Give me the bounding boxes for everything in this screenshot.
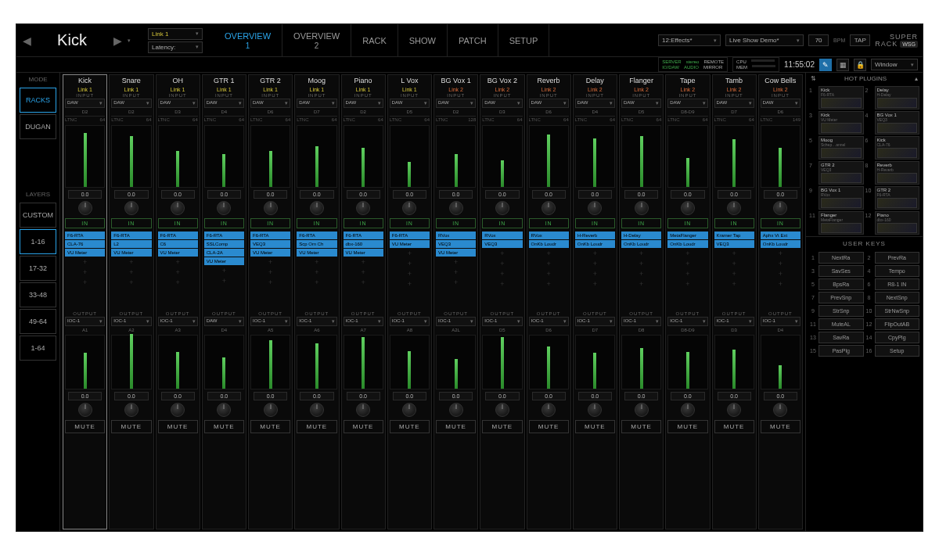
mute-button[interactable]: MUTE [297,420,336,433]
in-button[interactable]: IN [65,218,105,228]
input-source-dropdown[interactable]: DAW▾ [436,99,476,108]
session-dropdown[interactable]: Live Show Demo*▾ [725,34,804,46]
in-button[interactable]: IN [761,218,800,228]
add-plugin-slot[interactable]: + [482,269,522,278]
plugin-slot[interactable]: H-Delay [621,232,661,239]
latency-dropdown[interactable]: Latency:▾ [148,41,203,53]
mute-button[interactable]: MUTE [714,420,754,433]
tab-rack[interactable]: RACK [351,24,398,56]
mute-button[interactable]: MUTE [344,420,383,433]
add-plugin-slot[interactable]: + [575,279,615,289]
add-plugin-slot[interactable]: + [111,267,151,277]
tab-setup[interactable]: SETUP [498,24,550,56]
tab-overview-2[interactable]: OVERVIEW2 [282,24,351,56]
output-gain-knob[interactable] [541,403,556,417]
output-gain-knob[interactable] [124,403,139,417]
input-source-dropdown[interactable]: DAW▾ [714,99,754,108]
input-source-dropdown[interactable]: DAW▾ [667,99,707,108]
channel-strip[interactable]: SnareLink 1INPUTDAW▾D2LTNC640.0INF6-RTAL… [109,74,153,529]
hot-plugin-slot[interactable]: MoogSchep…annel [818,136,864,160]
hot-plugin-slot[interactable]: GTR 2F6-RTA [875,186,920,210]
input-gain-knob[interactable] [171,201,185,215]
plugin-slot[interactable]: F6-RTA [344,232,383,239]
link-tool-icon[interactable]: ✎ [819,59,832,71]
output-dest-dropdown[interactable]: IOC-1▾ [761,317,800,326]
input-gain-knob[interactable] [681,201,695,215]
channel-strip[interactable]: OHLink 1INPUTDAW▾D3LTNC640.0INF6-RTAC6VU… [156,74,200,529]
input-source-dropdown[interactable]: DAW▾ [250,99,290,108]
mute-button[interactable]: MUTE [250,420,290,433]
hot-plugin-slot[interactable]: ReverbH-Reverb [875,161,920,185]
mode-racks[interactable]: RACKS [20,88,56,113]
channel-strip[interactable]: GTR 1Link 1INPUTDAW▾D4LTNC640.0INF6-RTAS… [202,74,246,529]
selected-channel-name[interactable]: Kick [37,31,107,49]
add-plugin-slot[interactable]: + [204,276,244,285]
add-plugin-slot[interactable]: + [529,249,569,258]
add-plugin-slot[interactable]: + [204,266,244,275]
input-source-dropdown[interactable]: DAW▾ [621,99,661,108]
user-key-button[interactable]: FlipOutAB [875,318,920,330]
add-plugin-slot[interactable]: + [621,279,661,289]
channel-strip[interactable]: BG Vox 1Link 2INPUTDAW▾D2LTNC1280.0INRVo… [434,74,478,529]
output-gain-knob[interactable] [402,403,416,417]
input-source-dropdown[interactable]: DAW▾ [529,99,569,108]
plugin-slot[interactable]: Kramer Tap [714,232,754,239]
add-plugin-slot[interactable]: + [111,278,151,287]
plugin-slot[interactable]: VU Meter [204,257,244,265]
output-dest-dropdown[interactable]: IOC-1▾ [158,317,198,326]
output-gain-knob[interactable] [449,403,463,417]
add-plugin-slot[interactable]: + [390,259,430,268]
in-button[interactable]: IN [158,218,198,228]
plugin-slot[interactable]: F6-RTA [204,232,244,239]
add-plugin-slot[interactable]: + [436,257,476,267]
add-plugin-slot[interactable]: + [111,257,151,267]
add-plugin-slot[interactable]: + [390,269,430,278]
in-button[interactable]: IN [529,218,569,228]
plugin-slot[interactable]: VEQ3 [436,240,476,248]
plugin-slot[interactable]: F6-RTA [390,232,430,239]
output-gain-knob[interactable] [773,403,787,417]
prev-channel-arrow[interactable]: ◀ [21,32,32,49]
add-plugin-slot[interactable]: + [761,259,800,268]
plugin-slot[interactable]: OnKb Loudr [529,240,569,248]
plugin-slot[interactable]: CLA-2A [204,249,244,257]
channel-strip[interactable]: TapeLink 2INPUTDAW▾D8-D9LTNC640.0INMetaF… [665,74,710,529]
in-button[interactable]: IN [575,218,615,228]
add-plugin-slot[interactable]: + [344,257,383,267]
output-gain-knob[interactable] [727,403,741,417]
plugin-slot[interactable]: OnKb Loudr [761,240,800,248]
add-plugin-slot[interactable]: + [65,278,105,287]
in-button[interactable]: IN [667,218,707,228]
plugin-slot[interactable]: OnKb Loudr [575,240,615,248]
hot-plugin-slot[interactable]: DelayH-Delay [875,86,920,109]
output-gain-knob[interactable] [310,403,324,417]
output-gain-knob[interactable] [264,403,278,417]
add-plugin-slot[interactable]: + [65,267,105,277]
hot-plugin-slot[interactable]: FlangerMetaFlanger [818,211,864,235]
output-dest-dropdown[interactable]: IOC-1▾ [390,317,430,326]
output-dest-dropdown[interactable]: IOC-1▾ [482,317,522,326]
plugin-slot[interactable]: C6 [158,240,198,248]
layer-1-16[interactable]: 1-16 [20,229,56,254]
input-gain-knob[interactable] [449,201,463,215]
output-dest-dropdown[interactable]: IOC-1▾ [297,317,336,326]
input-source-dropdown[interactable]: DAW▾ [575,99,615,108]
input-gain-knob[interactable] [635,201,649,215]
plugin-slot[interactable]: VU Meter [297,249,336,257]
plugin-slot[interactable]: dbx-160 [344,240,383,248]
mute-button[interactable]: MUTE [436,420,476,433]
layer-custom[interactable]: CUSTOM [20,203,56,228]
input-source-dropdown[interactable]: DAW▾ [297,99,336,108]
user-key-button[interactable]: Setup [875,345,920,357]
plugin-slot[interactable]: VU Meter [65,249,105,257]
plugin-slot[interactable]: F6-RTA [65,232,105,239]
tab-patch[interactable]: PATCH [448,24,498,56]
plugin-slot[interactable]: VU Meter [390,240,430,248]
hot-plugin-slot[interactable]: KickCLA-76 [875,136,920,160]
channel-strip[interactable]: KickLink 1INPUTDAW▾D2LTNC640.0INF6-RTACL… [63,74,107,529]
add-plugin-slot[interactable]: + [297,257,336,267]
user-key-button[interactable]: SavRa [818,332,864,343]
add-plugin-slot[interactable]: + [390,279,430,289]
add-plugin-slot[interactable]: + [482,249,522,258]
plugin-slot[interactable]: RVox [529,232,569,239]
